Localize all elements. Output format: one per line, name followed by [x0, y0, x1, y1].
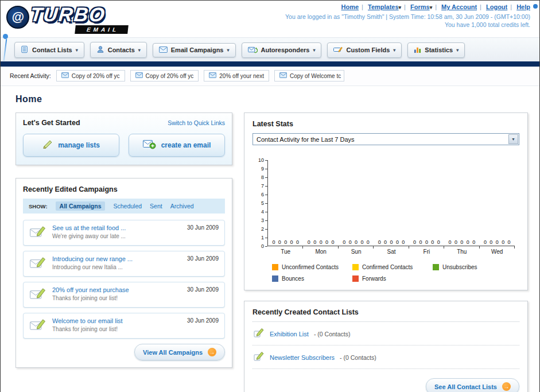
campaign-list-item[interactable]: Welcome to our email list Thanks for joi… [23, 313, 225, 339]
contact-list-item[interactable]: Exhibition List - (0 Contacts) [252, 322, 519, 346]
bar-value-label: 0 [502, 239, 504, 245]
bar-value-label: 0 [355, 239, 358, 245]
legend-swatch [272, 264, 278, 270]
bar-value-label: 0 [425, 239, 428, 245]
x-tick-label: Thu [444, 246, 479, 255]
recent-activity-text: Copy of 20% off yc [72, 73, 120, 79]
campaign-title-link[interactable]: Introducing our new range ... [52, 255, 133, 262]
tab-label: Contacts [108, 46, 135, 53]
bar-value-label: 0 [384, 239, 387, 245]
see-all-contact-lists-button[interactable]: See All Contact Lists → [426, 378, 519, 392]
tab-statistics[interactable]: Statistics ▾ [407, 42, 465, 58]
legend-label: Bounces [282, 275, 304, 282]
bar-value-label: 0 [320, 239, 323, 245]
campaign-subtitle: Thanks for joining our list! [52, 295, 129, 301]
contact-list-item[interactable]: Newsletter Subscribers - (0 Contacts) [252, 346, 519, 369]
contact-activity-chart: 109876543210 000000000000000000000000000… [252, 160, 519, 282]
main-nav: Contact Lists ▾ Contacts ▾ Email Campaig… [1, 37, 539, 61]
manage-lists-button[interactable]: manage lists [23, 134, 119, 157]
campaign-list-item[interactable]: See us at the retail food ... We're givi… [23, 220, 225, 246]
campaign-list-item[interactable]: Introducing our new range ... Introducin… [23, 251, 225, 277]
chevron-down-icon: ▾ [393, 48, 395, 53]
chevron-down-icon: ▾ [76, 48, 78, 53]
tab-email-campaigns[interactable]: Email Campaigns ▾ [153, 43, 236, 57]
bar-value-label: 0 [490, 239, 492, 245]
recent-activity-item[interactable]: Copy of 20% off yc [56, 70, 125, 81]
nav-forms-link[interactable]: Forms [410, 3, 432, 10]
create-email-label: create an email [161, 141, 211, 149]
chart-plot-area: 00000000000000000000000000000000000 [267, 160, 515, 246]
chart-x-axis: TueMonSunSatFriThuWed [268, 246, 515, 255]
nav-home-link[interactable]: Home [341, 3, 359, 10]
app-logo: @ TURBO EMAIL [6, 3, 156, 34]
recently-edited-campaigns-panel: Recently Edited Campaigns SHOW: All Camp… [15, 178, 232, 368]
recent-activity-item[interactable]: Copy of Welcome tc [274, 70, 344, 81]
chart-category-group: 00000 [409, 160, 444, 246]
right-column: Latest Stats Contact Activity for the La… [244, 112, 528, 392]
bar-value-label: 0 [343, 239, 345, 245]
contact-list-link[interactable]: Newsletter Subscribers [270, 354, 335, 361]
recent-activity-item[interactable]: Copy of 20% off yc [130, 70, 199, 81]
bar-value-label: 0 [360, 239, 363, 245]
campaign-title-link[interactable]: 20% off your next purchase [52, 286, 129, 293]
campaign-date: 30 Jun 2009 [187, 224, 219, 231]
bar-value-label: 0 [272, 239, 275, 245]
recent-activity-label: Recent Activity: [10, 72, 51, 79]
create-email-button[interactable]: create an email [129, 134, 225, 157]
bar-value-label: 0 [331, 239, 334, 245]
chart-category-group: 00000 [374, 160, 409, 246]
pencil-icon [42, 140, 53, 151]
y-tick-label: 5 [261, 200, 267, 206]
bar-value-label: 0 [313, 239, 316, 245]
campaign-title-link[interactable]: See us at the retail food ... [52, 224, 126, 231]
bar-value-label: 0 [449, 239, 452, 245]
bar-chart-icon [414, 46, 421, 55]
legend-label: Unsubscribes [442, 264, 477, 270]
filter-all-campaigns[interactable]: All Campaigns [56, 201, 106, 211]
tab-contacts[interactable]: Contacts ▾ [90, 42, 147, 58]
legend-swatch [352, 264, 359, 270]
envelope-pencil-icon [29, 318, 46, 333]
legend-item: Unsubscribes [433, 264, 513, 270]
nav-separator: | [480, 3, 481, 10]
legend-swatch [433, 264, 439, 270]
bar-value-label: 0 [508, 239, 511, 245]
filter-scheduled[interactable]: Scheduled [113, 203, 142, 209]
bar-value-label: 0 [296, 239, 299, 245]
nav-logout-link[interactable]: Logout [486, 3, 507, 10]
nav-my-account-link[interactable]: My Account [441, 3, 477, 10]
view-all-campaigns-button[interactable]: View All Campaigns → [134, 344, 225, 360]
campaign-list-item[interactable]: 20% off your next purchase Thanks for jo… [23, 282, 225, 308]
nav-templates-link[interactable]: Templates [368, 3, 401, 10]
bar-value-label: 0 [467, 239, 469, 245]
legend-swatch [272, 275, 278, 282]
chevron-down-icon: ▼ [508, 134, 518, 144]
bar-value-label: 0 [349, 239, 352, 245]
contact-list-count: - (0 Contacts) [314, 331, 351, 337]
bar-value-label: 0 [402, 239, 405, 245]
nav-help-link[interactable]: Help [516, 3, 530, 10]
campaign-title-link[interactable]: Welcome to our email list [52, 317, 123, 324]
recent-activity-text: 20% off your next [219, 73, 264, 79]
bar-value-label: 0 [378, 239, 381, 245]
bar-value-label: 0 [496, 239, 499, 245]
tab-autoresponders[interactable]: Autoresponders ▾ [242, 42, 322, 58]
tab-custom-fields[interactable]: Custom Fields ▾ [327, 42, 402, 58]
envelope-icon [279, 72, 287, 79]
nav-separator: | [362, 3, 363, 10]
chart-category-group: 00000 [303, 160, 338, 246]
envelope-icon [61, 72, 69, 79]
logo-secondary-text: EMAIL [75, 25, 129, 34]
stats-range-select[interactable]: Contact Activity for the Last 7 Days ▼ [252, 133, 519, 145]
logo-pointer-decoration [3, 34, 8, 39]
filter-sent[interactable]: Sent [150, 203, 162, 209]
tab-contact-lists[interactable]: Contact Lists ▾ [14, 42, 84, 58]
bar-value-label: 0 [419, 239, 422, 245]
switch-quick-links-link[interactable]: Switch to Quick Links [168, 119, 225, 126]
legend-item: Confirmed Contacts [352, 264, 433, 270]
filter-archived[interactable]: Archived [170, 203, 194, 209]
contact-list-link[interactable]: Exhibition List [270, 331, 309, 337]
nav-separator: | [404, 3, 406, 10]
x-tick-label: Tue [268, 246, 303, 255]
recent-activity-item[interactable]: 20% off your next [204, 70, 269, 81]
